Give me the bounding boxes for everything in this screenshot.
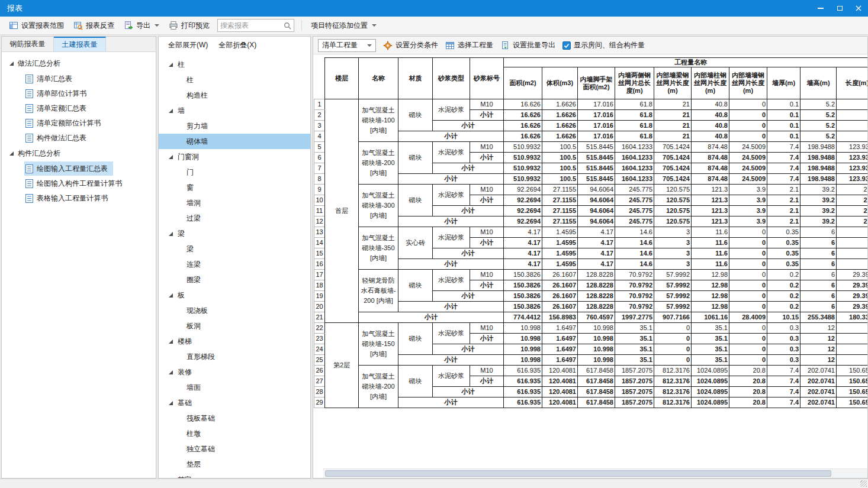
toolbar-separator bbox=[301, 20, 302, 31]
minimize-button[interactable] bbox=[811, 0, 830, 17]
component-tree-item[interactable]: 构造柱 bbox=[159, 88, 310, 103]
component-section-header[interactable]: 楼梯 bbox=[159, 334, 310, 349]
close-button[interactable] bbox=[849, 0, 868, 17]
table-cell: 617.8458 bbox=[578, 366, 615, 376]
row-number: 8 bbox=[314, 174, 325, 185]
table-cell: 首层 bbox=[325, 99, 359, 323]
component-section-header[interactable]: 门窗洞 bbox=[159, 149, 310, 164]
quantity-type-combo[interactable]: 清单工程量 bbox=[318, 39, 376, 52]
component-tree-item[interactable]: 窗 bbox=[159, 180, 310, 195]
report-doc-icon bbox=[25, 119, 33, 128]
scrollbar-thumb[interactable] bbox=[325, 470, 831, 477]
component-section-header[interactable]: 柱 bbox=[159, 57, 310, 72]
component-tree-item[interactable]: 现浇板 bbox=[159, 303, 310, 318]
component-tree-item[interactable]: 垫层 bbox=[159, 457, 310, 472]
report-tree: 做法汇总分析清单汇总表清单部位计算书清单定额汇总表清单定额部位计算书构件做法汇总… bbox=[2, 52, 156, 478]
report-tree-item[interactable]: 清单部位计算书 bbox=[24, 86, 92, 101]
table-cell: 121.3 bbox=[692, 206, 729, 216]
table-cell: 121.3 bbox=[692, 185, 729, 195]
select-quantity-button[interactable]: 选择工程量 bbox=[445, 40, 493, 50]
table-cell: 14.6 bbox=[615, 238, 654, 248]
component-tree-item[interactable]: 连梁 bbox=[159, 257, 310, 272]
expand-all-button[interactable]: 全部展开(W) bbox=[168, 40, 208, 50]
table-cell: 7.4 bbox=[767, 142, 801, 153]
component-section-header[interactable]: 其它 bbox=[159, 472, 310, 478]
table-cell: 6 bbox=[801, 291, 837, 302]
report-tree-item[interactable]: 清单定额部位计算书 bbox=[24, 116, 106, 130]
maximize-button[interactable] bbox=[830, 0, 849, 17]
component-section-header[interactable]: 装修 bbox=[159, 364, 310, 380]
collapse-all-button[interactable]: 全部折叠(X) bbox=[218, 40, 256, 50]
component-section-header[interactable]: 板 bbox=[159, 287, 310, 303]
table-cell: 1857.2075 bbox=[615, 366, 654, 376]
component-tree-item[interactable]: 直形梯段 bbox=[159, 349, 310, 364]
set-category-button[interactable]: 设置分类条件 bbox=[383, 40, 438, 50]
show-rooms-checkbox[interactable] bbox=[562, 41, 571, 50]
row-number: 20 bbox=[314, 302, 325, 312]
component-tree-item[interactable]: 圈梁 bbox=[159, 272, 310, 287]
show-rooms-toggle[interactable]: 显示房间、组合构件量 bbox=[562, 40, 645, 50]
tree-section-header[interactable]: 构件汇总分析 bbox=[2, 146, 156, 161]
table-cell: 10.998 bbox=[578, 334, 615, 344]
component-section-header[interactable]: 梁 bbox=[159, 226, 310, 241]
report-tree-item[interactable]: 表格输入工程量计算书 bbox=[24, 191, 113, 205]
component-tree-item[interactable]: 梁 bbox=[159, 241, 310, 257]
row-number: 13 bbox=[314, 227, 325, 238]
component-tree-item[interactable]: 墙面 bbox=[159, 380, 310, 395]
table-cell: 11.6 bbox=[692, 248, 729, 259]
tree-section-header[interactable]: 做法汇总分析 bbox=[2, 56, 156, 71]
table-cell: 小计 bbox=[433, 387, 504, 397]
table-cell: 3.9 bbox=[837, 121, 868, 131]
component-section-header[interactable]: 墙 bbox=[159, 103, 310, 118]
table-cell: 92.2694 bbox=[504, 185, 542, 195]
resize-grip[interactable] bbox=[860, 480, 867, 487]
feature-position-button[interactable]: 项目特征添加位置 bbox=[307, 18, 381, 33]
component-tree-item[interactable]: 过梁 bbox=[159, 211, 310, 226]
batch-export-button[interactable]: 设置批量导出 bbox=[500, 40, 555, 50]
table-cell: 0.1 bbox=[767, 99, 801, 110]
component-tree-item[interactable]: 墙洞 bbox=[159, 195, 310, 211]
report-tree-item[interactable]: 构件做法汇总表 bbox=[24, 131, 92, 145]
column-header: 材质 bbox=[398, 58, 433, 99]
component-tree-item[interactable]: 剪力墙 bbox=[159, 118, 310, 134]
component-tree-item[interactable]: 门 bbox=[159, 164, 310, 180]
table-cell: 1.6626 bbox=[542, 110, 578, 121]
component-tree-item[interactable]: 柱 bbox=[159, 72, 310, 88]
table-cell: 92.2694 bbox=[504, 206, 542, 216]
table-cell: 加气混凝土砌块墙-200 [内墙] bbox=[359, 142, 398, 185]
table-cell: 加气混凝土砌块墙-100 [内墙] bbox=[359, 99, 398, 142]
table-row: 9加气混凝土砌块墙-300 [内墙]砌块水泥砂浆M1092.269427.115… bbox=[314, 185, 868, 195]
tab-rebar-reports[interactable]: 钢筋报表量 bbox=[2, 37, 54, 51]
table-cell: 0 bbox=[729, 270, 767, 280]
table-cell: 2.1 bbox=[767, 185, 801, 195]
table-cell: 202.0741 bbox=[801, 376, 837, 387]
component-tree-item[interactable]: 柱墩 bbox=[159, 426, 310, 441]
set-report-range-button[interactable]: 设置报表范围 bbox=[5, 18, 68, 33]
export-button[interactable]: 导出 bbox=[120, 18, 163, 33]
expander-icon bbox=[9, 62, 14, 66]
component-section-header[interactable]: 基础 bbox=[159, 395, 310, 411]
table-cell: 21 bbox=[654, 121, 692, 131]
component-tree-item[interactable]: 独立基础 bbox=[159, 441, 310, 457]
table-cell: 57.9992 bbox=[654, 291, 692, 302]
table-cell: 120.575 bbox=[654, 206, 692, 216]
search-icon[interactable] bbox=[284, 22, 291, 30]
tab-civil-reports[interactable]: 土建报表量 bbox=[54, 37, 106, 51]
component-tree: 柱柱构造柱墙剪力墙砌体墙门窗洞门窗墙洞过梁梁梁连梁圈梁板现浇板板洞楼梯直形梯段装… bbox=[159, 53, 310, 478]
table-cell: 小计 bbox=[433, 248, 504, 259]
print-preview-button[interactable]: 打印预览 bbox=[165, 18, 214, 33]
table-cell: 1.5 bbox=[837, 227, 868, 238]
horizontal-scrollbar[interactable] bbox=[323, 468, 867, 478]
report-view-toolbar: 清单工程量 设置分类条件 选择工程量 设置批量导出 显示房间、组合 bbox=[313, 37, 867, 54]
report-tree-item[interactable]: 清单定额汇总表 bbox=[24, 101, 92, 115]
search-input[interactable] bbox=[220, 21, 284, 30]
report-lookup-button[interactable]: 报表反查 bbox=[69, 18, 118, 33]
report-tree-item[interactable]: 绘图输入工程量汇总表 bbox=[24, 161, 113, 176]
table-cell: 水泥砂浆 bbox=[433, 142, 470, 163]
component-tree-item[interactable]: 砌体墙 bbox=[159, 134, 310, 149]
component-tree-item[interactable]: 筏板基础 bbox=[159, 411, 310, 426]
column-header: 墙高(m) bbox=[801, 67, 837, 99]
component-tree-item[interactable]: 板洞 bbox=[159, 318, 310, 334]
report-tree-item[interactable]: 清单汇总表 bbox=[24, 72, 78, 86]
report-tree-item[interactable]: 绘图输入构件工程量计算书 bbox=[24, 176, 127, 190]
